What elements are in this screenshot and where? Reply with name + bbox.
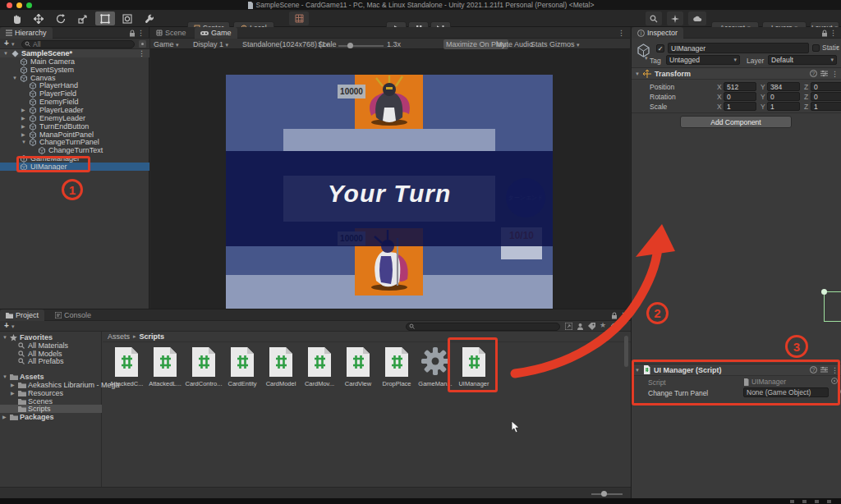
foldout-closed-icon[interactable]: ▶ <box>21 114 25 122</box>
hierarchy-item-playerhand[interactable]: PlayerHand <box>0 81 149 89</box>
foldout-open-icon[interactable]: ▼ <box>3 49 8 57</box>
tab-game[interactable]: Game <box>195 27 237 39</box>
presets-icon[interactable] <box>820 70 828 77</box>
move-tool-button[interactable] <box>29 11 48 25</box>
stats-toggle[interactable]: Stats <box>531 40 548 48</box>
scale-tool-button[interactable] <box>73 11 93 25</box>
project-tree-item-resources[interactable]: ▶Resources <box>0 389 102 397</box>
tab-scene[interactable]: Scene <box>150 27 192 39</box>
layer-dropdown[interactable]: Default▾ <box>768 55 837 65</box>
project-tree-item-aekashics-librarium-mega[interactable]: ▶Aekashics Librarium - Mega <box>0 381 102 389</box>
scale-slider[interactable] <box>338 45 384 47</box>
hierarchy-item-playerfield[interactable]: PlayerField <box>0 89 149 98</box>
transform-position-z-input[interactable]: 0 <box>811 82 841 91</box>
project-menu-icon[interactable]: ⋮ <box>619 311 627 319</box>
collab-icon[interactable] <box>667 11 683 25</box>
search-button[interactable] <box>646 11 662 25</box>
foldout-closed-icon[interactable]: ▶ <box>21 122 25 131</box>
asset-dropplace[interactable]: DropPlace <box>378 346 416 379</box>
tag-dropdown[interactable]: Untagged▾ <box>666 55 740 65</box>
breadcrumb-root[interactable]: Assets <box>108 332 130 341</box>
object-name-input[interactable]: UIManager <box>668 43 809 53</box>
project-search-input[interactable] <box>406 323 560 331</box>
hierarchy-search-input[interactable]: All <box>21 40 135 48</box>
foldout-open-icon[interactable]: ▼ <box>2 333 7 341</box>
label-filter-icon[interactable] <box>588 323 595 330</box>
tab-inspector[interactable]: i Inspector <box>632 27 683 39</box>
transform-rotation-y-input[interactable]: 0 <box>767 92 800 101</box>
hierarchy-item-main-camera[interactable]: Main Camera <box>0 57 149 66</box>
transform-menu-icon[interactable]: ⋮ <box>831 70 839 78</box>
foldout-closed-icon[interactable]: ▶ <box>2 413 7 421</box>
hierarchy-item-enemyleader[interactable]: ▶EnemyLeader <box>0 114 149 122</box>
project-tree-item-all-models[interactable]: All Models <box>0 350 102 358</box>
asset-cardentity[interactable]: CardEntity <box>223 346 261 379</box>
active-checkbox[interactable]: ✓ <box>656 44 664 53</box>
hierarchy-item-changeturnpanel[interactable]: ▼ChangeTurnPanel <box>0 138 149 146</box>
grid-snap-icon[interactable] <box>289 11 309 25</box>
tab-hierarchy[interactable]: Hierarchy <box>0 27 53 39</box>
project-tree-item-scripts[interactable]: Scripts <box>0 405 102 413</box>
rotate-tool-button[interactable] <box>51 11 71 25</box>
open-search-icon[interactable] <box>565 323 572 330</box>
project-tree-item-favorites[interactable]: ▼Favorites <box>0 333 102 341</box>
display-number-dropdown[interactable]: Display 1 ▾ <box>193 40 228 48</box>
asset-cardcontro[interactable]: CardContro... <box>185 346 223 379</box>
chevron-down-icon[interactable]: ▾ <box>11 323 15 330</box>
asset-cardmodel[interactable]: CardModel <box>262 346 300 379</box>
project-tree-item-assets[interactable]: ▼Assets <box>0 373 102 381</box>
favorites-filter-icon[interactable]: ★ <box>600 321 606 329</box>
transform-scale-x-input[interactable]: 1 <box>724 102 756 111</box>
scale-slider-handle[interactable] <box>347 43 353 48</box>
rect-tool-button[interactable] <box>95 11 115 25</box>
user-filter-icon[interactable] <box>577 323 584 330</box>
icon-size-slider[interactable] <box>591 493 623 495</box>
transform-header[interactable]: ▼ Transform ? ⋮ <box>632 67 841 80</box>
project-tree-item-scenes[interactable]: Scenes <box>0 397 102 405</box>
hierarchy-item-samplescene[interactable]: ▼SampleScene*⋮ <box>0 49 149 57</box>
chevron-down-icon[interactable]: ▾ <box>836 44 839 51</box>
game-menu-icon[interactable]: ⋮ <box>618 29 625 37</box>
add-object-button[interactable]: + <box>4 39 9 48</box>
project-scrollbar[interactable] <box>624 336 628 367</box>
scene-menu-icon[interactable]: ⋮ <box>138 49 145 57</box>
foldout-open-icon[interactable]: ▼ <box>12 74 17 82</box>
transform-position-y-input[interactable]: 384 <box>767 82 800 91</box>
add-component-button[interactable]: Add Component <box>680 116 792 128</box>
transform-scale-y-input[interactable]: 1 <box>767 102 800 111</box>
project-tree-item-all-prefabs[interactable]: All Prefabs <box>0 357 102 365</box>
transform-position-x-input[interactable]: 512 <box>724 82 756 91</box>
resolution-dropdown[interactable]: Standalone(1024x768) (1▾ <box>242 40 329 48</box>
foldout-closed-icon[interactable]: ▶ <box>11 389 15 397</box>
project-tree-item-all-materials[interactable]: All Materials <box>0 341 102 350</box>
enemy-leader-card[interactable] <box>355 75 423 129</box>
breadcrumb-current[interactable]: Scripts <box>140 332 165 341</box>
hierarchy-item-turnendbutton[interactable]: ▶TurnEndButton <box>0 122 149 131</box>
chevron-down-icon[interactable]: ▾ <box>645 55 648 62</box>
lock-icon[interactable] <box>821 30 828 37</box>
asset-attackedl[interactable]: AttackedL... <box>146 346 184 379</box>
hand-tool-button[interactable] <box>7 11 26 25</box>
minimize-window-icon[interactable] <box>16 2 22 8</box>
hierarchy-filter-icon[interactable] <box>139 40 146 48</box>
transform-rotation-z-input[interactable]: 0 <box>811 92 841 101</box>
hierarchy-item-enemyfield[interactable]: EnemyField <box>0 98 149 106</box>
foldout-closed-icon[interactable]: ▶ <box>21 106 25 114</box>
hierarchy-item-playerleader[interactable]: ▶PlayerLeader <box>0 106 149 114</box>
foldout-open-icon[interactable]: ▼ <box>21 138 26 146</box>
hierarchy-menu-icon[interactable]: ⋮ <box>137 29 145 37</box>
static-checkbox[interactable] <box>812 44 820 52</box>
foldout-closed-icon[interactable]: ▶ <box>11 381 15 389</box>
chevron-down-icon[interactable]: ▾ <box>11 41 15 48</box>
custom-tool-button[interactable] <box>140 11 159 25</box>
project-tree-item-packages[interactable]: ▶Packages <box>0 413 102 421</box>
hierarchy-item-changeturntext[interactable]: ChangeTurnText <box>0 146 149 154</box>
hidden-packages-icon[interactable] <box>611 323 620 329</box>
mute-audio-toggle[interactable]: Mute Audio <box>496 40 533 48</box>
inspector-menu-icon[interactable]: ⋮ <box>830 29 837 37</box>
gizmos-dropdown[interactable]: Gizmos ▾ <box>549 40 580 48</box>
lock-icon[interactable] <box>129 30 136 37</box>
tab-console[interactable]: Console <box>49 309 97 321</box>
icon-size-slider-handle[interactable] <box>601 491 607 497</box>
transform-scale-z-input[interactable]: 1 <box>811 102 841 111</box>
